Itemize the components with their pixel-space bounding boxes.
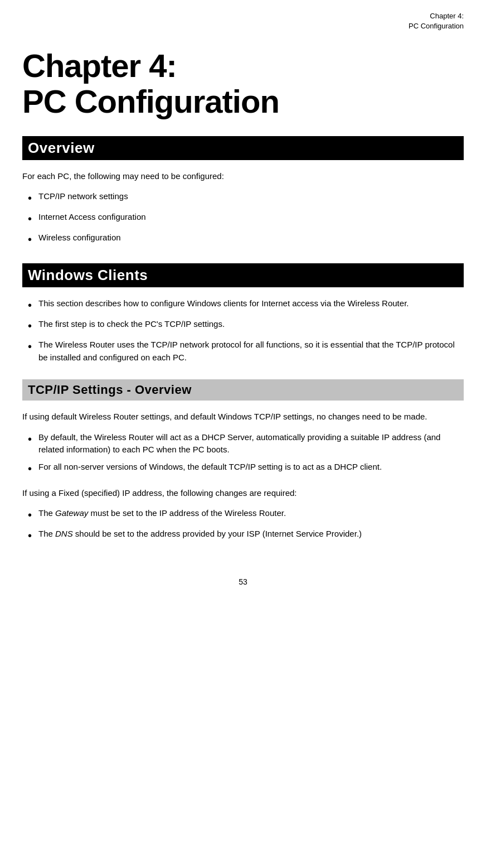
list-item: For all non-server versions of Windows, … xyxy=(22,461,464,477)
header-line1: Chapter 4: xyxy=(430,12,464,20)
list-item: Internet Access configuration xyxy=(22,211,464,227)
tcpip-section-header: TCP/IP Settings - Overview xyxy=(22,379,464,401)
dns-prefix: The xyxy=(38,529,55,538)
gateway-prefix: The xyxy=(38,508,55,518)
list-item: The Gateway must be set to the IP addres… xyxy=(22,507,464,523)
list-item: Wireless configuration xyxy=(22,232,464,248)
chapter-title-line1: Chapter 4: xyxy=(22,48,464,84)
windows-clients-section-header: Windows Clients xyxy=(22,263,464,287)
page-header: Chapter 4: PC Configuration xyxy=(22,11,464,31)
overview-intro: For each PC, the following may need to b… xyxy=(22,170,464,183)
overview-bullet-list: TCP/IP network settings Internet Access … xyxy=(22,190,464,248)
tcpip-bullet-list-1: By default, the Wireless Router will act… xyxy=(22,431,464,477)
list-item: The first step is to check the PC's TCP/… xyxy=(22,318,464,334)
gateway-italic: Gateway xyxy=(55,508,88,518)
list-item: The DNS should be set to the address pro… xyxy=(22,528,464,544)
list-item: The Wireless Router uses the TCP/IP netw… xyxy=(22,339,464,364)
gateway-suffix: must be set to the IP address of the Wir… xyxy=(88,508,286,518)
list-item: By default, the Wireless Router will act… xyxy=(22,431,464,456)
header-line2: PC Configuration xyxy=(409,22,464,30)
dns-italic: DNS xyxy=(55,529,73,538)
tcpip-intro2: If using a Fixed (specified) IP address,… xyxy=(22,487,464,500)
tcpip-bullet-list-2: The Gateway must be set to the IP addres… xyxy=(22,507,464,544)
page-number: 53 xyxy=(22,577,464,586)
chapter-title-line2: PC Configuration xyxy=(22,84,464,119)
list-item: TCP/IP network settings xyxy=(22,190,464,206)
windows-clients-bullet-list: This section describes how to configure … xyxy=(22,297,464,364)
chapter-title: Chapter 4: PC Configuration xyxy=(22,48,464,119)
list-item: This section describes how to configure … xyxy=(22,297,464,314)
overview-section-header: Overview xyxy=(22,136,464,160)
dns-suffix: should be set to the address provided by… xyxy=(73,529,362,538)
tcpip-intro: If using default Wireless Router setting… xyxy=(22,411,464,423)
